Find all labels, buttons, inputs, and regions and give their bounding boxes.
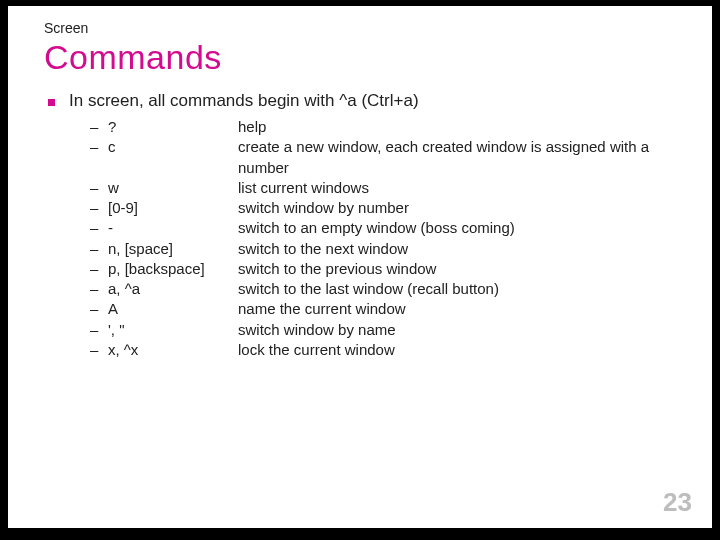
command-description: switch to an empty window (boss coming) [238,218,684,238]
command-row: –ccreate a new window, each created wind… [90,137,684,178]
command-key: w [108,178,238,198]
command-key: ', " [108,320,238,340]
lead-text: In screen, all commands begin with ^a (C… [69,91,419,111]
command-key: x, ^x [108,340,238,360]
command-row: –wlist current windows [90,178,684,198]
command-key: ? [108,117,238,137]
command-row: –?help [90,117,684,137]
command-description: list current windows [238,178,684,198]
command-description: switch to the previous window [238,259,684,279]
command-row: –[0-9]switch window by number [90,198,684,218]
command-key: A [108,299,238,319]
dash-bullet: – [90,320,108,340]
dash-bullet: – [90,259,108,279]
command-row: –-switch to an empty window (boss coming… [90,218,684,238]
command-description: lock the current window [238,340,684,360]
command-description: help [238,117,684,137]
command-row: –a, ^aswitch to the last window (recall … [90,279,684,299]
command-row: –Aname the current window [90,299,684,319]
dash-bullet: – [90,198,108,218]
page-number: 23 [663,487,692,518]
command-description: name the current window [238,299,684,319]
lead-row: In screen, all commands begin with ^a (C… [48,91,684,111]
command-row: –p, [backspace]switch to the previous wi… [90,259,684,279]
command-key: n, [space] [108,239,238,259]
slide-title: Commands [44,38,684,77]
command-row: –n, [space]switch to the next window [90,239,684,259]
dash-bullet: – [90,239,108,259]
dash-bullet: – [90,340,108,360]
command-list: –?help–ccreate a new window, each create… [90,117,684,360]
dash-bullet: – [90,279,108,299]
command-row: –x, ^xlock the current window [90,340,684,360]
command-description: create a new window, each created window… [238,137,684,178]
command-description: switch window by name [238,320,684,340]
command-key: c [108,137,238,157]
slide: Screen Commands In screen, all commands … [8,6,712,528]
dash-bullet: – [90,117,108,137]
command-description: switch to the next window [238,239,684,259]
pretitle: Screen [44,20,684,36]
bullet-icon [48,99,55,106]
command-description: switch window by number [238,198,684,218]
dash-bullet: – [90,218,108,238]
command-row: –', "switch window by name [90,320,684,340]
command-key: [0-9] [108,198,238,218]
command-key: a, ^a [108,279,238,299]
command-key: p, [backspace] [108,259,238,279]
command-key: - [108,218,238,238]
dash-bullet: – [90,299,108,319]
dash-bullet: – [90,178,108,198]
dash-bullet: – [90,137,108,157]
command-description: switch to the last window (recall button… [238,279,684,299]
